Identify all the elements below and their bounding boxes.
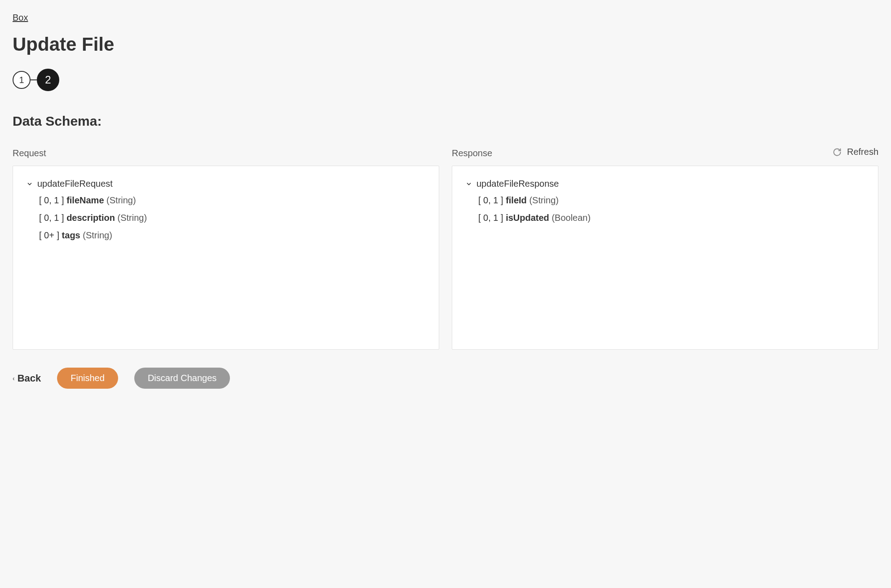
field-name: isUpdated <box>506 213 549 223</box>
finished-button[interactable]: Finished <box>57 368 118 389</box>
request-card: updateFileRequest [ 0, 1 ] fileName (Str… <box>13 166 439 350</box>
field-type: (String) <box>104 195 136 205</box>
field-type: (String) <box>80 230 112 240</box>
response-card: updateFileResponse [ 0, 1 ] fileId (Stri… <box>452 166 878 350</box>
field-name: tags <box>62 230 80 240</box>
discard-changes-button[interactable]: Discard Changes <box>134 368 230 389</box>
stepper: 1 2 <box>13 69 878 91</box>
field-name: fileName <box>66 195 104 205</box>
response-column: Response updateFileResponse [ 0, 1 ] fil… <box>452 148 878 350</box>
field-type: (String) <box>527 195 559 205</box>
field-name: description <box>66 213 115 223</box>
footer-actions: ‹ Back Finished Discard Changes <box>13 368 878 389</box>
field-cardinality: [ 0, 1 ] <box>39 195 66 205</box>
back-button[interactable]: ‹ Back <box>13 373 41 384</box>
field-type: (String) <box>115 213 147 223</box>
request-root-name: updateFileRequest <box>37 179 113 189</box>
chevron-down-icon <box>26 181 33 187</box>
back-label: Back <box>18 373 41 384</box>
response-label: Response <box>452 148 878 158</box>
response-root-name: updateFileResponse <box>476 179 559 189</box>
chevron-left-icon: ‹ <box>13 375 15 382</box>
schema-field: [ 0, 1 ] fileName (String) <box>39 193 425 207</box>
section-title: Data Schema: <box>13 114 878 129</box>
page-title: Update File <box>13 34 878 55</box>
field-cardinality: [ 0, 1 ] <box>39 213 66 223</box>
request-fields: [ 0, 1 ] fileName (String)[ 0, 1 ] descr… <box>26 193 425 242</box>
schema-field: [ 0, 1 ] description (String) <box>39 211 425 225</box>
request-root-toggle[interactable]: updateFileRequest <box>26 179 425 189</box>
step-1[interactable]: 1 <box>13 71 31 89</box>
request-label: Request <box>13 148 439 158</box>
chevron-down-icon <box>466 181 472 187</box>
field-cardinality: [ 0+ ] <box>39 230 62 240</box>
response-fields: [ 0, 1 ] fileId (String)[ 0, 1 ] isUpdat… <box>466 193 865 225</box>
field-type: (Boolean) <box>549 213 591 223</box>
request-column: Request updateFileRequest [ 0, 1 ] fileN… <box>13 148 439 350</box>
step-connector <box>31 79 37 80</box>
field-name: fileId <box>506 195 527 205</box>
schema-field: [ 0, 1 ] fileId (String) <box>478 193 865 207</box>
field-cardinality: [ 0, 1 ] <box>478 213 506 223</box>
field-cardinality: [ 0, 1 ] <box>478 195 506 205</box>
schema-field: [ 0+ ] tags (String) <box>39 228 425 242</box>
step-2[interactable]: 2 <box>37 69 59 91</box>
schema-field: [ 0, 1 ] isUpdated (Boolean) <box>478 211 865 225</box>
response-root-toggle[interactable]: updateFileResponse <box>466 179 865 189</box>
breadcrumb-link[interactable]: Box <box>13 13 28 23</box>
